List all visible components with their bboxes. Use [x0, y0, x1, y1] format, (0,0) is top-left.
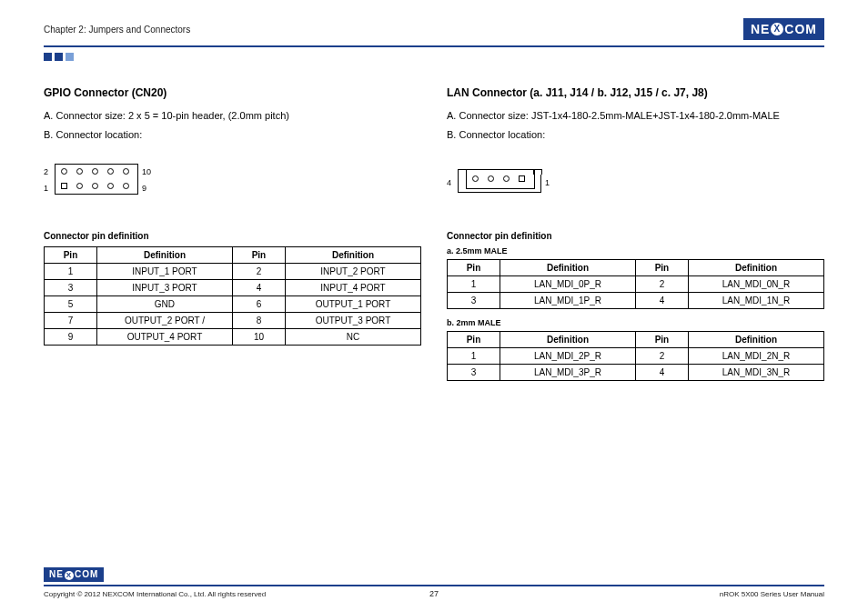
pin-label-2: 2	[44, 167, 48, 176]
square-icon	[44, 53, 52, 61]
pin-dot	[107, 183, 114, 189]
brand-logo: NE X COM	[743, 18, 824, 40]
th-pin: Pin	[448, 332, 500, 348]
pin-dot	[107, 168, 114, 175]
lan-subhead-a: a. 2.5mm MALE	[447, 246, 824, 255]
table-row: 7OUTPUT_2 PORT /8OUTPUT_3 PORT	[45, 313, 421, 329]
table-row: 9OUTPUT_4 PORT10NC	[45, 329, 421, 346]
brand-x-icon: X	[771, 23, 783, 35]
square-icon	[55, 53, 63, 61]
pin-dot	[92, 183, 98, 189]
gpio-subhead: Connector pin definition	[44, 231, 421, 241]
left-column: GPIO Connector (CN20) A. Connector size:…	[44, 86, 421, 390]
table-header-row: Pin Definition Pin Definition	[45, 247, 421, 264]
pin-dot	[472, 175, 479, 182]
pin-square	[519, 175, 525, 182]
lan-diagram: 4 1	[447, 164, 592, 205]
th-pin: Pin	[635, 332, 688, 348]
footer-brand-logo: NEXCOM	[44, 567, 104, 582]
table-row: 1INPUT_1 PORT2INPUT_2 PORT	[45, 264, 421, 280]
content-columns: GPIO Connector (CN20) A. Connector size:…	[44, 86, 824, 390]
table-header-row: Pin Definition Pin Definition	[448, 332, 824, 348]
table-header-row: Pin Definition Pin Definition	[448, 260, 824, 276]
gpio-title: GPIO Connector (CN20)	[44, 86, 421, 99]
pin-dot	[61, 168, 67, 175]
pin-label-4: 4	[447, 178, 451, 187]
th-def: Definition	[500, 260, 635, 276]
accent-squares	[44, 53, 824, 61]
brand-pre: NE	[751, 22, 770, 36]
lan-line-a: A. Connector size: JST-1x4-180-2.5mm-MAL…	[447, 108, 824, 124]
copyright-text: Copyright © 2012 NEXCOM International Co…	[44, 590, 266, 598]
lan-subhead-b: b. 2mm MALE	[447, 318, 824, 327]
brand-x-icon: X	[65, 571, 74, 580]
chapter-label: Chapter 2: Jumpers and Connectors	[44, 25, 190, 35]
th-def: Definition	[500, 332, 635, 348]
lan-outer-box	[458, 175, 541, 193]
th-def: Definition	[285, 247, 420, 264]
page-header: Chapter 2: Jumpers and Connectors NE X C…	[44, 16, 824, 42]
lan-line-b: B. Connector location:	[447, 127, 824, 143]
square-icon	[66, 53, 74, 61]
table-row: 3LAN_MDI_1P_R4LAN_MDI_1N_R	[448, 293, 824, 309]
gpio-diagram: 2 1 10 9	[44, 164, 189, 205]
pin-dot	[92, 168, 98, 175]
lan-tab	[458, 169, 467, 175]
pin-dot	[123, 168, 129, 175]
manual-name: nROK 5X00 Series User Manual	[720, 590, 824, 598]
page-footer: NEXCOM Copyright © 2012 NEXCOM Internati…	[44, 565, 824, 598]
lan-inner-box	[466, 169, 535, 189]
gpio-header-box	[55, 164, 138, 195]
th-pin: Pin	[448, 260, 500, 276]
table-row: 1LAN_MDI_2P_R2LAN_MDI_2N_R	[448, 348, 824, 365]
gpio-line-a: A. Connector size: 2 x 5 = 10-pin header…	[44, 108, 421, 124]
pin-dot	[503, 175, 510, 182]
lan-table-a: Pin Definition Pin Definition 1LAN_MDI_0…	[447, 259, 824, 309]
pin-dot	[76, 183, 83, 189]
brand-pre: NE	[49, 569, 64, 579]
table-row: 3INPUT_3 PORT4INPUT_4 PORT	[45, 280, 421, 296]
th-def: Definition	[96, 247, 232, 264]
table-row: 1LAN_MDI_0P_R2LAN_MDI_0N_R	[448, 276, 824, 293]
th-pin: Pin	[232, 247, 285, 264]
gpio-line-b: B. Connector location:	[44, 127, 421, 143]
th-def: Definition	[688, 260, 823, 276]
pin-dot	[123, 183, 129, 189]
footer-rule	[44, 585, 824, 586]
pin-square	[61, 183, 67, 189]
table-row: 5GND6OUTPUT_1 PORT	[45, 296, 421, 313]
footer-row: Copyright © 2012 NEXCOM International Co…	[44, 590, 824, 598]
pin-dot	[488, 175, 494, 182]
lan-table-b: Pin Definition Pin Definition 1LAN_MDI_2…	[447, 331, 824, 381]
brand-post: COM	[75, 569, 98, 579]
pin-dot	[76, 168, 83, 175]
header-rule	[44, 45, 824, 47]
pin-label-1: 1	[44, 184, 48, 193]
th-pin: Pin	[635, 260, 688, 276]
brand-post: COM	[784, 22, 817, 36]
table-row: 3LAN_MDI_3P_R4LAN_MDI_3N_R	[448, 365, 824, 381]
lan-title: LAN Connector (a. J11, J14 / b. J12, J15…	[447, 86, 824, 99]
page-number: 27	[429, 589, 439, 598]
gpio-table: Pin Definition Pin Definition 1INPUT_1 P…	[44, 246, 421, 346]
th-def: Definition	[688, 332, 823, 348]
pin-label-9: 9	[142, 184, 146, 193]
th-pin: Pin	[45, 247, 97, 264]
pin-label-1: 1	[545, 178, 550, 187]
pin-label-10: 10	[142, 167, 151, 176]
lan-subhead: Connector pin definition	[447, 231, 824, 241]
right-column: LAN Connector (a. J11, J14 / b. J12, J15…	[447, 86, 824, 390]
